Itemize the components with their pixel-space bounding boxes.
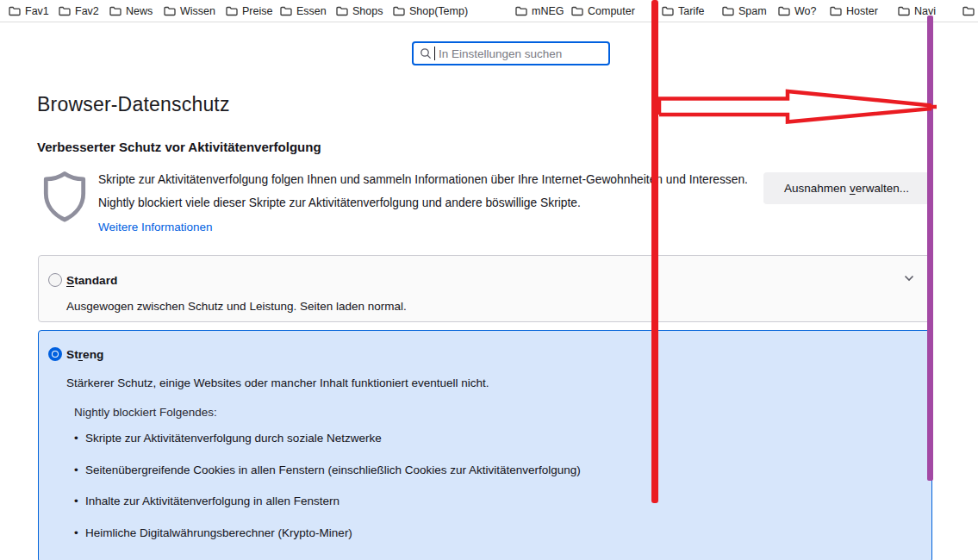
folder-icon (898, 6, 910, 16)
bookmark-label: Hoster (846, 5, 878, 17)
folder-icon (571, 6, 583, 16)
option-card-standard[interactable]: Standard Ausgewogen zwischen Schutz und … (38, 255, 932, 322)
folder-icon (830, 6, 842, 16)
folder-icon (164, 6, 176, 16)
bookmark-label: Wissen (180, 5, 215, 17)
manage-exceptions-button[interactable]: Ausnahmen verwalten... (763, 172, 930, 204)
bookmark-label: Shops (352, 5, 383, 17)
folder-icon (336, 6, 348, 16)
etp-section-heading: Verbesserter Schutz vor Aktivitätenverfo… (37, 140, 321, 154)
bookmark-folder-mneg[interactable]: mNEG (515, 3, 564, 19)
blocked-item: Inhalte zur Aktivitätenverfolgung in all… (85, 495, 581, 508)
folder-icon (722, 6, 734, 16)
radio-standard[interactable] (48, 273, 62, 287)
option-card-strict[interactable]: Streng Stärkerer Schutz, einige Websites… (38, 330, 932, 560)
folder-icon (9, 6, 21, 16)
chevron-down-icon[interactable] (904, 275, 914, 282)
folder-icon (662, 6, 674, 16)
folder-icon (515, 6, 527, 16)
blocked-item: Skripte zur Aktivitätenverfolgung durch … (85, 432, 581, 445)
bookmark-folder-fav1[interactable]: Fav1 (9, 3, 49, 19)
etp-description: Skripte zur Aktivitätenverfolgung folgen… (98, 168, 751, 215)
bookmark-label: Essen (296, 5, 327, 17)
settings-search-box[interactable] (412, 41, 610, 65)
folder-icon (226, 6, 238, 16)
bookmark-folder-wissen[interactable]: Wissen (164, 3, 215, 19)
settings-page: Fav1 Fav2 News Wissen Preise Essen Shops… (0, 0, 978, 560)
bookmark-folder-tarife[interactable]: Tarife (662, 3, 705, 19)
bookmark-label: Fav2 (75, 5, 99, 17)
shield-icon (41, 170, 88, 224)
folder-icon (280, 6, 292, 16)
bookmark-label: Tarife (678, 5, 705, 17)
folder-icon (778, 6, 790, 16)
page-title: Browser-Datenschutz (37, 93, 230, 116)
search-icon (420, 47, 432, 59)
annotation-red-arrow-top (659, 91, 931, 115)
folder-icon (109, 6, 121, 16)
learn-more-link[interactable]: Weitere Informationen (98, 221, 213, 233)
bookmark-folder-essen[interactable]: Essen (280, 3, 327, 19)
bookmarks-toolbar: Fav1 Fav2 News Wissen Preise Essen Shops… (0, 0, 978, 22)
bookmark-folder-preise[interactable]: Preise (226, 3, 272, 19)
bookmark-folder-fav2[interactable]: Fav2 (59, 3, 99, 19)
option-description-standard: Ausgewogen zwischen Schutz und Leistung.… (66, 300, 407, 313)
option-label-strict: Streng (66, 348, 103, 361)
bookmark-folder-shop-temp[interactable]: Shop(Temp) (393, 3, 468, 19)
folder-icon (393, 6, 405, 16)
blocks-heading: Nightly blockiert Folgendes: (74, 406, 217, 419)
bookmark-label: Spam (738, 5, 767, 17)
blocked-items-list: Skripte zur Aktivitätenverfolgung durch … (85, 432, 581, 560)
annotation-red-arrow-bottom (659, 109, 931, 122)
bookmark-label: mNEG (532, 5, 564, 17)
bookmark-folder-wo[interactable]: Wo? (778, 3, 816, 19)
search-input[interactable] (435, 47, 603, 60)
bookmark-folder-spam[interactable]: Spam (722, 3, 767, 19)
option-description-strict: Stärkerer Schutz, einige Websites oder m… (66, 376, 489, 389)
radio-strict[interactable] (48, 347, 62, 361)
bookmark-folder-hoster[interactable]: Hoster (830, 3, 878, 19)
bookmark-folder-navi[interactable]: Navi (898, 3, 936, 19)
blocked-item: Heimliche Digitalwährungsberechner (Kryp… (85, 526, 581, 540)
bookmark-label: News (126, 5, 153, 17)
bookmark-label: Preise (242, 5, 272, 17)
blocked-item: Seitenübergreifende Cookies in allen Fen… (85, 464, 581, 477)
bookmark-folder-shops[interactable]: Shops (336, 3, 383, 19)
bookmark-folder-partial[interactable]: A (962, 3, 978, 19)
bookmark-label: Shop(Temp) (409, 5, 468, 17)
bookmark-label: Fav1 (25, 5, 49, 17)
bookmark-folder-news[interactable]: News (109, 3, 153, 19)
folder-icon (962, 6, 975, 16)
bookmark-label: Wo? (794, 5, 816, 17)
bookmark-label: Navi (914, 5, 936, 17)
option-label-standard: Standard (66, 274, 117, 287)
bookmark-label: Computer (588, 5, 635, 17)
folder-icon (59, 6, 71, 16)
bookmark-folder-computer[interactable]: Computer (571, 3, 635, 19)
